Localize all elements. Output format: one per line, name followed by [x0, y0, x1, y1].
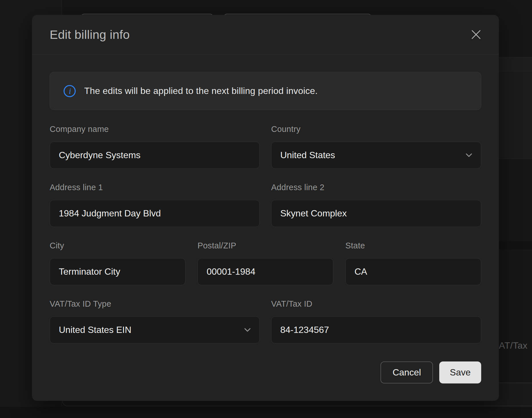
background-row-divider: [499, 241, 532, 249]
vat-id-label: VAT/Tax ID: [271, 299, 481, 309]
country-select[interactable]: United States: [271, 142, 481, 169]
vat-type-label: VAT/Tax ID Type: [50, 299, 260, 309]
chevron-down-icon: [244, 328, 251, 332]
vat-type-select[interactable]: United States EIN: [50, 316, 260, 343]
state-label: State: [345, 241, 481, 251]
postal-zip-label: Postal/ZIP: [198, 241, 333, 251]
field-row-4: VAT/Tax ID Type United States EIN VAT/Ta…: [50, 299, 481, 343]
field-address-line-1: Address line 1: [50, 182, 260, 227]
postal-zip-input[interactable]: [198, 258, 333, 285]
field-country: Country United States: [271, 124, 481, 169]
modal-header: Edit billing info: [32, 15, 499, 55]
save-button[interactable]: Save: [439, 361, 481, 383]
state-input[interactable]: [345, 258, 481, 285]
address-line-1-input[interactable]: [50, 200, 260, 227]
field-row-1: Company name Country United States: [50, 124, 481, 169]
address-line-1-label: Address line 1: [50, 182, 260, 192]
background-row-band: [499, 71, 532, 159]
field-address-line-2: Address line 2: [271, 182, 481, 227]
info-icon: i: [63, 85, 76, 98]
field-company-name: Company name: [50, 124, 260, 169]
background-bottom-area: [0, 407, 532, 418]
chevron-down-icon: [466, 153, 472, 157]
address-line-2-label: Address line 2: [271, 182, 481, 192]
vat-id-input[interactable]: [271, 316, 481, 343]
country-select-value: United States: [280, 150, 335, 160]
city-input[interactable]: [50, 258, 186, 285]
vat-type-select-value: United States EIN: [59, 325, 131, 335]
svg-text:i: i: [69, 87, 71, 96]
field-vat-type: VAT/Tax ID Type United States EIN: [50, 299, 260, 343]
background-clipped-vat-label: AT/Tax: [499, 340, 532, 351]
edit-billing-info-modal: Edit billing info i The edit: [32, 15, 499, 401]
info-banner: i The edits will be applied to the next …: [50, 72, 481, 110]
address-line-2-input[interactable]: [271, 200, 481, 227]
company-name-input[interactable]: [50, 142, 260, 169]
field-vat-id: VAT/Tax ID: [271, 299, 481, 343]
country-label: Country: [271, 124, 481, 134]
field-state: State: [345, 241, 481, 285]
modal-footer: Cancel Save: [32, 343, 499, 383]
screen: AT/Tax Edit billing info i: [0, 0, 532, 418]
field-city: City: [50, 241, 186, 285]
close-icon: [471, 30, 481, 39]
field-row-3: City Postal/ZIP State: [50, 241, 481, 285]
field-postal-zip: Postal/ZIP: [198, 241, 333, 285]
cancel-button[interactable]: Cancel: [380, 361, 433, 383]
city-label: City: [50, 241, 186, 251]
close-button[interactable]: [470, 28, 482, 41]
company-name-label: Company name: [50, 124, 260, 134]
background-row-band: [499, 57, 532, 71]
modal-title: Edit billing info: [50, 28, 130, 42]
modal-body: i The edits will be applied to the next …: [32, 55, 499, 343]
field-row-2: Address line 1 Address line 2: [50, 182, 481, 227]
info-banner-text: The edits will be applied to the next bi…: [84, 86, 318, 96]
